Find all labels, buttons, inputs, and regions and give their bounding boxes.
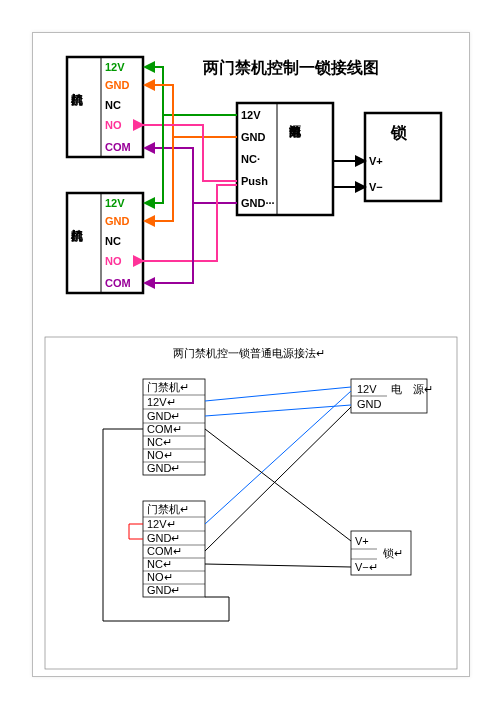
d2-lock-vm: V−↵ xyxy=(355,561,378,573)
d2-lock-name: 锁↵ xyxy=(382,547,403,559)
wires-b xyxy=(143,115,237,283)
d2-aca-p3: NC↵ xyxy=(147,436,172,448)
psu-pin-2: NC· xyxy=(241,153,260,165)
d2-acb-p2: COM↵ xyxy=(147,545,182,557)
psu-pin-4: GND··· xyxy=(241,197,275,209)
d2-acb-p4: NO↵ xyxy=(147,571,173,583)
psu-pin-0: 12V xyxy=(241,109,261,121)
d2-aca-p2: COM↵ xyxy=(147,423,182,435)
ac-b-pin-1: GND xyxy=(105,215,130,227)
d2-aca-p5: GND↵ xyxy=(147,462,180,474)
d2-acb-p0: 12V↵ xyxy=(147,518,176,530)
ac-b-pin-3: NO xyxy=(105,255,122,267)
wires-lock xyxy=(333,161,365,187)
wiring-diagram-2: 两门禁机控一锁普通电源接法↵ 门禁机↵ 12V↵ GND↵ COM↵ NC↵ N… xyxy=(33,331,469,676)
ac-b-pin-0: 12V xyxy=(105,197,125,209)
lock-name: 锁 xyxy=(390,124,407,141)
diagram1-title: 两门禁机控制一锁接线图 xyxy=(202,58,379,76)
d2-aca-name: 门禁机↵ xyxy=(147,381,189,393)
ac-b-name: 门禁机 xyxy=(70,229,84,242)
ac-a-pin-4: COM xyxy=(105,141,131,153)
d2-lock: V+ 锁↵ V−↵ xyxy=(351,531,411,575)
d2-psu-12v: 12V xyxy=(357,383,377,395)
lock-pin-1: V− xyxy=(369,181,383,193)
diagram2-title: 两门禁机控一锁普通电源接法↵ xyxy=(173,347,325,359)
d2-acb-name: 门禁机↵ xyxy=(147,503,189,515)
psu-name: 门禁电源 xyxy=(288,125,302,138)
d2-acb-p1: GND↵ xyxy=(147,532,180,544)
d2-psu-gnd: GND xyxy=(357,398,382,410)
ac-a-pin-2: NC xyxy=(105,99,121,111)
d2-psu: 12V GND 电 源↵ xyxy=(351,379,433,413)
ac-a-pin-3: NO xyxy=(105,119,122,131)
page-frame: 两门禁机控制一锁接线图 门禁机 12V GND NC NO COM 门禁机 12… xyxy=(32,32,470,677)
psu-pin-1: GND xyxy=(241,131,266,143)
wiring-diagram-1: 两门禁机控制一锁接线图 门禁机 12V GND NC NO COM 门禁机 12… xyxy=(33,33,469,328)
ac-b-pin-2: NC xyxy=(105,235,121,247)
d2-psu-name: 电 源↵ xyxy=(391,383,433,395)
ac-a-pin-1: GND xyxy=(105,79,130,91)
access-controller-b: 门禁机 12V GND NC NO COM xyxy=(67,193,143,293)
wires-a xyxy=(143,67,237,203)
lock-pin-0: V+ xyxy=(369,155,383,167)
d2-acb-p3: NC↵ xyxy=(147,558,172,570)
access-controller-a: 门禁机 12V GND NC NO COM xyxy=(67,57,143,157)
ac-a-pin-0: 12V xyxy=(105,61,125,73)
d2-aca-p0: 12V↵ xyxy=(147,396,176,408)
d2-lock-vp: V+ xyxy=(355,535,369,547)
ac-a-name: 门禁机 xyxy=(70,93,84,106)
d2-ac-a: 门禁机↵ 12V↵ GND↵ COM↵ NC↵ NO↵ GND↵ xyxy=(143,379,205,475)
d2-ac-b: 门禁机↵ 12V↵ GND↵ COM↵ NC↵ NO↵ GND↵ xyxy=(143,501,205,597)
access-psu: 门禁电源 12V GND NC· Push GND··· xyxy=(237,103,333,215)
d2-aca-p1: GND↵ xyxy=(147,410,180,422)
lock-box: 锁 V+ V− xyxy=(365,113,441,201)
d2-wires xyxy=(103,387,351,621)
ac-b-pin-4: COM xyxy=(105,277,131,289)
psu-pin-3: Push xyxy=(241,175,268,187)
d2-aca-p4: NO↵ xyxy=(147,449,173,461)
d2-acb-p5: GND↵ xyxy=(147,584,180,596)
